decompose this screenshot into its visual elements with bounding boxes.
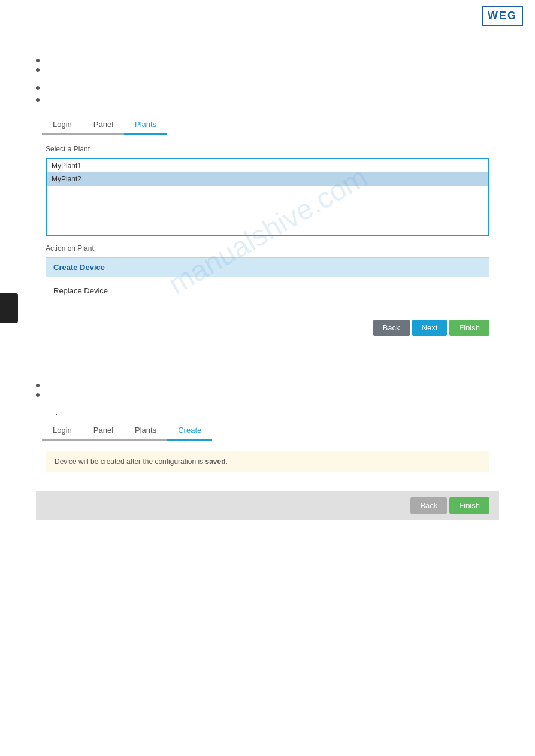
action-create-device[interactable]: Create Device [46, 257, 489, 277]
action-replace-device[interactable]: Replace Device [46, 281, 489, 300]
bullet-icon [36, 384, 40, 387]
tab-plants-2[interactable]: Plants [124, 421, 167, 441]
sub-labels: . . [36, 409, 499, 418]
left-tab [0, 293, 18, 323]
create-label: . [56, 409, 58, 416]
plant-item-myplant2[interactable]: MyPlant2 [47, 172, 488, 186]
info-bold: saved [205, 457, 225, 466]
back-button-2[interactable]: Back [410, 497, 447, 514]
tab-login-2[interactable]: Login [42, 421, 83, 441]
tab-login[interactable]: Login [42, 115, 83, 135]
tab-create-2[interactable]: Create [167, 421, 212, 441]
tab-plants[interactable]: Plants [124, 115, 167, 135]
header: WEG [0, 0, 535, 32]
logo: WEG [482, 6, 523, 26]
bullet-icon [36, 86, 40, 90]
dot-label: . [36, 105, 499, 113]
bullet-icon [36, 393, 40, 397]
logo-text: WEG [488, 10, 517, 22]
bullet-icon [36, 98, 40, 102]
section2-bullets [36, 381, 499, 397]
tab-panel-2[interactable]: Panel [83, 421, 124, 441]
info-prefix: Device will be created after the configu… [55, 457, 205, 466]
bullet-icon [36, 59, 40, 62]
footer-bar: Back Finish [36, 491, 499, 520]
panel-body-1: Select a Plant MyPlant1 MyPlant2 Action … [36, 135, 499, 314]
next-button-1[interactable]: Next [412, 320, 448, 336]
list-item [36, 381, 499, 387]
select-plant-label: Select a Plant [46, 145, 489, 153]
plant-listbox[interactable]: MyPlant1 MyPlant2 [46, 158, 489, 236]
list-item [36, 96, 499, 102]
back-button-1[interactable]: Back [373, 320, 410, 336]
section1-bullets [36, 56, 499, 72]
finish-button-1[interactable]: Finish [449, 320, 489, 336]
list-item [36, 391, 499, 397]
tab-bar-2: Login Panel Plants Create [36, 421, 499, 441]
info-message: Device will be created after the configu… [46, 451, 489, 472]
info-suffix: . [226, 457, 228, 466]
finish-button-2[interactable]: Finish [449, 497, 489, 514]
nav-buttons-1: Back Next Finish [36, 314, 499, 345]
bullet-icon [36, 68, 40, 72]
section2: . . Login Panel Plants Create [36, 381, 499, 520]
tab-bar-1: Login Panel Plants [36, 115, 499, 135]
wizard-panel-2: Login Panel Plants Create Device will be… [36, 421, 499, 520]
plant-item-myplant1[interactable]: MyPlant1 [47, 159, 488, 172]
main-content: . manualshive.com Login Panel Plants Sel… [0, 32, 535, 532]
tab-panel[interactable]: Panel [83, 115, 124, 135]
list-item [36, 84, 499, 90]
panel-body-2: Device will be created after the configu… [36, 441, 499, 491]
action-label: Action on Plant: [46, 244, 489, 253]
dot-label-2: . [36, 409, 38, 416]
list-item [36, 56, 499, 62]
wizard-panel-1: manualshive.com Login Panel Plants Selec… [36, 115, 499, 345]
list-item [36, 66, 499, 72]
